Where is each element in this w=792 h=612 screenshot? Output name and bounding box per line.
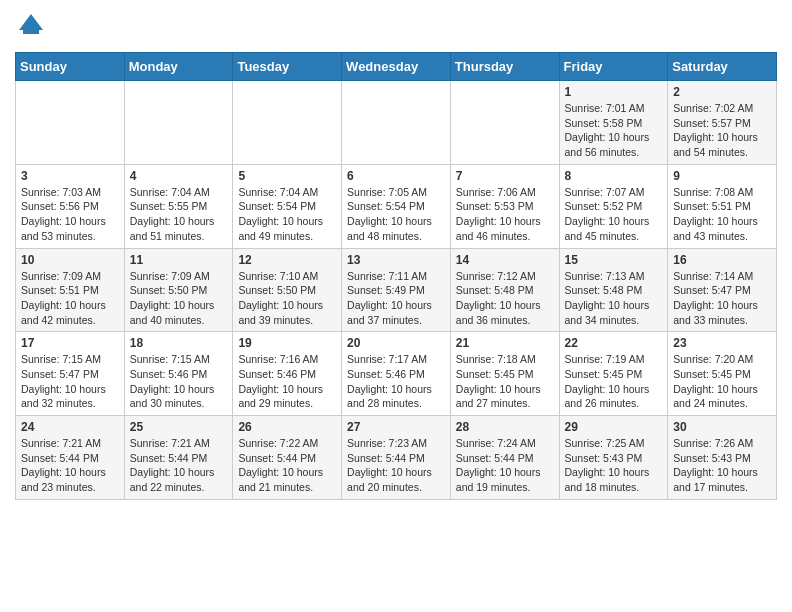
weekday-header-saturday: Saturday [668,53,777,81]
calendar-cell [124,81,233,165]
day-number: 5 [238,169,336,183]
calendar-cell: 11Sunrise: 7:09 AM Sunset: 5:50 PM Dayli… [124,248,233,332]
day-info: Sunrise: 7:21 AM Sunset: 5:44 PM Dayligh… [130,436,228,495]
calendar-cell: 29Sunrise: 7:25 AM Sunset: 5:43 PM Dayli… [559,416,668,500]
day-number: 20 [347,336,445,350]
day-info: Sunrise: 7:18 AM Sunset: 5:45 PM Dayligh… [456,352,554,411]
calendar-table: SundayMondayTuesdayWednesdayThursdayFrid… [15,52,777,500]
calendar-cell: 5Sunrise: 7:04 AM Sunset: 5:54 PM Daylig… [233,164,342,248]
calendar-cell: 22Sunrise: 7:19 AM Sunset: 5:45 PM Dayli… [559,332,668,416]
calendar-cell: 10Sunrise: 7:09 AM Sunset: 5:51 PM Dayli… [16,248,125,332]
day-info: Sunrise: 7:15 AM Sunset: 5:46 PM Dayligh… [130,352,228,411]
week-row-1: 1Sunrise: 7:01 AM Sunset: 5:58 PM Daylig… [16,81,777,165]
day-number: 22 [565,336,663,350]
calendar-cell: 7Sunrise: 7:06 AM Sunset: 5:53 PM Daylig… [450,164,559,248]
weekday-header-tuesday: Tuesday [233,53,342,81]
svg-marker-0 [19,14,43,30]
day-number: 1 [565,85,663,99]
day-number: 15 [565,253,663,267]
day-info: Sunrise: 7:15 AM Sunset: 5:47 PM Dayligh… [21,352,119,411]
day-info: Sunrise: 7:14 AM Sunset: 5:47 PM Dayligh… [673,269,771,328]
day-info: Sunrise: 7:10 AM Sunset: 5:50 PM Dayligh… [238,269,336,328]
day-info: Sunrise: 7:16 AM Sunset: 5:46 PM Dayligh… [238,352,336,411]
week-row-4: 17Sunrise: 7:15 AM Sunset: 5:47 PM Dayli… [16,332,777,416]
day-info: Sunrise: 7:21 AM Sunset: 5:44 PM Dayligh… [21,436,119,495]
weekday-header-friday: Friday [559,53,668,81]
page-header [15,10,777,42]
day-number: 21 [456,336,554,350]
day-info: Sunrise: 7:13 AM Sunset: 5:48 PM Dayligh… [565,269,663,328]
week-row-3: 10Sunrise: 7:09 AM Sunset: 5:51 PM Dayli… [16,248,777,332]
day-info: Sunrise: 7:04 AM Sunset: 5:55 PM Dayligh… [130,185,228,244]
day-number: 28 [456,420,554,434]
calendar-cell: 14Sunrise: 7:12 AM Sunset: 5:48 PM Dayli… [450,248,559,332]
calendar-cell [342,81,451,165]
calendar-cell: 12Sunrise: 7:10 AM Sunset: 5:50 PM Dayli… [233,248,342,332]
day-info: Sunrise: 7:09 AM Sunset: 5:51 PM Dayligh… [21,269,119,328]
day-number: 8 [565,169,663,183]
calendar-cell: 8Sunrise: 7:07 AM Sunset: 5:52 PM Daylig… [559,164,668,248]
day-number: 10 [21,253,119,267]
day-number: 24 [21,420,119,434]
day-number: 18 [130,336,228,350]
calendar-cell: 19Sunrise: 7:16 AM Sunset: 5:46 PM Dayli… [233,332,342,416]
calendar-cell: 20Sunrise: 7:17 AM Sunset: 5:46 PM Dayli… [342,332,451,416]
calendar-cell: 25Sunrise: 7:21 AM Sunset: 5:44 PM Dayli… [124,416,233,500]
day-number: 6 [347,169,445,183]
calendar-cell: 2Sunrise: 7:02 AM Sunset: 5:57 PM Daylig… [668,81,777,165]
calendar-cell: 18Sunrise: 7:15 AM Sunset: 5:46 PM Dayli… [124,332,233,416]
day-number: 4 [130,169,228,183]
day-number: 16 [673,253,771,267]
calendar-cell [16,81,125,165]
day-number: 30 [673,420,771,434]
week-row-5: 24Sunrise: 7:21 AM Sunset: 5:44 PM Dayli… [16,416,777,500]
day-info: Sunrise: 7:24 AM Sunset: 5:44 PM Dayligh… [456,436,554,495]
calendar-cell [450,81,559,165]
day-number: 27 [347,420,445,434]
calendar-cell: 30Sunrise: 7:26 AM Sunset: 5:43 PM Dayli… [668,416,777,500]
calendar-cell: 23Sunrise: 7:20 AM Sunset: 5:45 PM Dayli… [668,332,777,416]
day-number: 29 [565,420,663,434]
day-number: 13 [347,253,445,267]
weekday-header-monday: Monday [124,53,233,81]
day-info: Sunrise: 7:23 AM Sunset: 5:44 PM Dayligh… [347,436,445,495]
day-info: Sunrise: 7:09 AM Sunset: 5:50 PM Dayligh… [130,269,228,328]
calendar-cell: 24Sunrise: 7:21 AM Sunset: 5:44 PM Dayli… [16,416,125,500]
day-info: Sunrise: 7:25 AM Sunset: 5:43 PM Dayligh… [565,436,663,495]
calendar-cell: 21Sunrise: 7:18 AM Sunset: 5:45 PM Dayli… [450,332,559,416]
day-number: 11 [130,253,228,267]
day-number: 3 [21,169,119,183]
day-number: 7 [456,169,554,183]
day-info: Sunrise: 7:07 AM Sunset: 5:52 PM Dayligh… [565,185,663,244]
calendar-cell: 16Sunrise: 7:14 AM Sunset: 5:47 PM Dayli… [668,248,777,332]
day-info: Sunrise: 7:04 AM Sunset: 5:54 PM Dayligh… [238,185,336,244]
weekday-header-thursday: Thursday [450,53,559,81]
logo-icon [15,10,47,42]
day-info: Sunrise: 7:03 AM Sunset: 5:56 PM Dayligh… [21,185,119,244]
day-info: Sunrise: 7:11 AM Sunset: 5:49 PM Dayligh… [347,269,445,328]
day-number: 9 [673,169,771,183]
day-number: 2 [673,85,771,99]
day-info: Sunrise: 7:12 AM Sunset: 5:48 PM Dayligh… [456,269,554,328]
logo [15,10,51,42]
day-info: Sunrise: 7:22 AM Sunset: 5:44 PM Dayligh… [238,436,336,495]
calendar-cell [233,81,342,165]
weekday-header-sunday: Sunday [16,53,125,81]
calendar-cell: 26Sunrise: 7:22 AM Sunset: 5:44 PM Dayli… [233,416,342,500]
day-number: 23 [673,336,771,350]
day-info: Sunrise: 7:19 AM Sunset: 5:45 PM Dayligh… [565,352,663,411]
day-number: 12 [238,253,336,267]
day-info: Sunrise: 7:20 AM Sunset: 5:45 PM Dayligh… [673,352,771,411]
calendar-cell: 6Sunrise: 7:05 AM Sunset: 5:54 PM Daylig… [342,164,451,248]
day-info: Sunrise: 7:06 AM Sunset: 5:53 PM Dayligh… [456,185,554,244]
calendar-cell: 17Sunrise: 7:15 AM Sunset: 5:47 PM Dayli… [16,332,125,416]
day-info: Sunrise: 7:02 AM Sunset: 5:57 PM Dayligh… [673,101,771,160]
calendar-cell: 27Sunrise: 7:23 AM Sunset: 5:44 PM Dayli… [342,416,451,500]
day-info: Sunrise: 7:08 AM Sunset: 5:51 PM Dayligh… [673,185,771,244]
day-number: 19 [238,336,336,350]
calendar-cell: 3Sunrise: 7:03 AM Sunset: 5:56 PM Daylig… [16,164,125,248]
day-info: Sunrise: 7:05 AM Sunset: 5:54 PM Dayligh… [347,185,445,244]
svg-rect-1 [23,30,39,34]
calendar-cell: 4Sunrise: 7:04 AM Sunset: 5:55 PM Daylig… [124,164,233,248]
day-info: Sunrise: 7:17 AM Sunset: 5:46 PM Dayligh… [347,352,445,411]
